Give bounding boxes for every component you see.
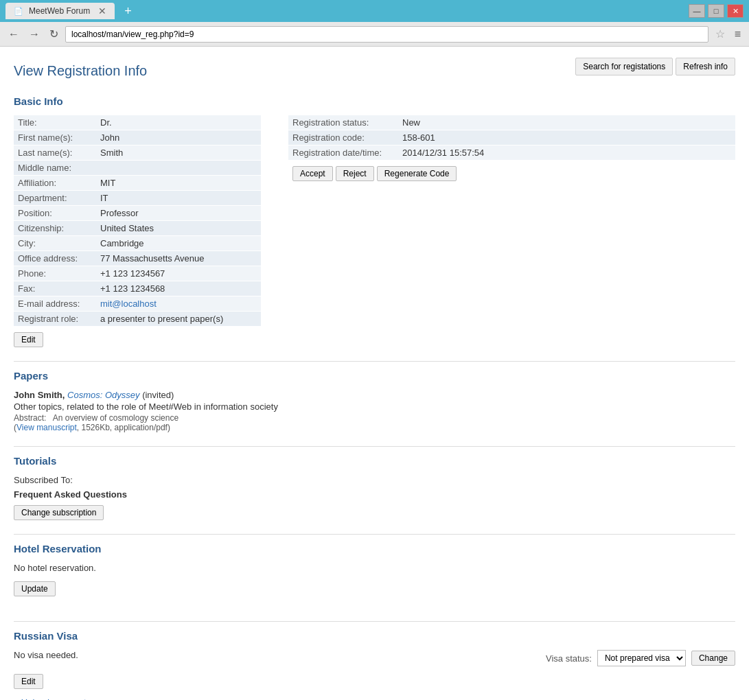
reg-row-status: Registration status: New: [288, 115, 735, 130]
info-row-fax: Fax: +1 123 1234568: [14, 281, 261, 296]
label-email: E-mail address:: [18, 299, 100, 309]
menu-icon[interactable]: ≡: [732, 28, 744, 40]
basic-info-table: Title: Dr. First name(s): John Last name…: [14, 115, 261, 326]
label-reg-datetime: Registration date/time:: [292, 148, 402, 158]
email-link[interactable]: mit@localhost: [100, 299, 157, 309]
info-row-address: Office address: 77 Massachusetts Avenue: [14, 251, 261, 266]
info-row-department: Department: IT: [14, 191, 261, 205]
basic-info-edit-button[interactable]: Edit: [14, 332, 43, 347]
visa-status-select[interactable]: Not prepared visa Prepared visa Visa iss…: [597, 650, 686, 666]
label-role: Registrant role:: [18, 314, 100, 324]
papers-section: Papers John Smith, Cosmos: Odyssey (invi…: [14, 370, 735, 432]
close-button[interactable]: ✕: [727, 4, 744, 18]
value-city: Cambridge: [100, 238, 144, 248]
info-row-title: Title: Dr.: [14, 115, 261, 130]
label-fax: Fax:: [18, 283, 100, 294]
address-bar[interactable]: [65, 26, 708, 43]
tutorials-title: Tutorials: [14, 455, 735, 467]
registration-action-buttons: Accept Reject Regenerate Code: [288, 164, 735, 183]
refresh-info-button[interactable]: Refresh info: [676, 58, 735, 75]
label-address: Office address:: [18, 253, 100, 264]
label-citizenship: Citizenship:: [18, 223, 100, 233]
label-city: City:: [18, 238, 100, 248]
info-row-email: E-mail address: mit@localhost: [14, 296, 261, 311]
paper-topic: Other topics, related to the role of Mee…: [14, 401, 735, 412]
info-row-lastname: Last name(s): Smith: [14, 145, 261, 160]
value-title: Dr.: [100, 117, 112, 128]
upload-passport-area: » Upload passport: [14, 697, 735, 700]
reg-row-code: Registration code: 158-601: [288, 130, 735, 145]
paper-abstract: Abstract: An overview of cosmology scien…: [14, 413, 735, 423]
info-left-panel: Title: Dr. First name(s): John Last name…: [14, 115, 261, 347]
paper-entry: John Smith, Cosmos: Odyssey (invited) Ot…: [14, 390, 735, 432]
tutorials-section: Tutorials Subscribed To: Frequent Asked …: [14, 455, 735, 520]
info-row-firstname: First name(s): John: [14, 130, 261, 145]
hotel-section: Hotel Reservation No hotel reservation. …: [14, 543, 735, 607]
no-hotel-text: No hotel reservation.: [14, 563, 735, 573]
new-tab-button[interactable]: +: [120, 4, 136, 19]
visa-left: No visa needed. Edit: [14, 650, 78, 689]
label-lastname: Last name(s):: [18, 148, 100, 158]
change-subscription-button[interactable]: Change subscription: [14, 505, 104, 520]
manuscript-link[interactable]: View manuscript: [16, 423, 77, 432]
russian-visa-section: Russian Visa No visa needed. Edit Visa s…: [14, 630, 735, 700]
papers-title: Papers: [14, 370, 735, 382]
no-visa-text: No visa needed.: [14, 650, 78, 660]
hotel-title: Hotel Reservation: [14, 543, 735, 555]
label-middlename: Middle name:: [18, 163, 100, 173]
accept-button[interactable]: Accept: [292, 166, 333, 181]
value-role: a presenter to present paper(s): [100, 314, 223, 324]
info-row-city: City: Cambridge: [14, 236, 261, 250]
bookmark-star-icon[interactable]: ☆: [713, 27, 728, 40]
info-right-panel: Registration status: New Registration co…: [288, 115, 735, 347]
label-affiliation: Affiliation:: [18, 178, 100, 188]
info-row-middlename: Middle name:: [14, 161, 261, 175]
info-row-affiliation: Affiliation: MIT: [14, 176, 261, 190]
window-controls: — □ ✕: [689, 4, 744, 18]
info-row-phone: Phone: +1 123 1234567: [14, 266, 261, 281]
nav-bar: ← → ↻ ☆ ≡: [0, 22, 749, 47]
reject-button[interactable]: Reject: [336, 166, 374, 181]
info-row-position: Position: Professor: [14, 206, 261, 220]
minimize-button[interactable]: —: [689, 4, 705, 18]
label-firstname: First name(s):: [18, 132, 100, 143]
value-lastname: Smith: [100, 148, 123, 158]
subscribed-to-label: Subscribed To:: [14, 475, 735, 485]
hotel-update-button[interactable]: Update: [14, 581, 56, 596]
info-row-citizenship: Citizenship: United States: [14, 221, 261, 235]
tab-close-button[interactable]: ✕: [98, 5, 106, 16]
value-affiliation: MIT: [100, 178, 115, 188]
reload-button[interactable]: ↻: [47, 26, 61, 42]
info-grid: Title: Dr. First name(s): John Last name…: [14, 115, 735, 347]
visa-row-container: No visa needed. Edit Visa status: Not pr…: [14, 650, 735, 689]
basic-info-title: Basic Info: [14, 95, 735, 107]
paper-title: Cosmos: Odyssey: [67, 390, 139, 400]
forward-button[interactable]: →: [26, 27, 43, 42]
value-reg-code: 158-601: [402, 132, 435, 143]
info-row-role: Registrant role: a presenter to present …: [14, 312, 261, 326]
tab-title: MeetWeb Forum: [29, 6, 90, 16]
page-content: Search for registations Refresh info Vie…: [0, 47, 749, 700]
russian-visa-title: Russian Visa: [14, 630, 735, 642]
visa-edit-button[interactable]: Edit: [14, 674, 43, 689]
value-position: Professor: [100, 208, 139, 218]
value-reg-datetime: 2014/12/31 15:57:54: [402, 148, 484, 158]
regenerate-code-button[interactable]: Regenerate Code: [377, 166, 457, 181]
visa-status-label: Visa status:: [546, 653, 592, 664]
upload-passport-link[interactable]: » Upload passport: [14, 697, 87, 700]
value-department: IT: [100, 193, 108, 203]
back-button[interactable]: ←: [5, 27, 22, 42]
label-reg-code: Registration code:: [292, 132, 402, 143]
visa-change-button[interactable]: Change: [691, 651, 735, 666]
label-reg-status: Registration status:: [292, 117, 402, 128]
visa-right: Visa status: Not prepared visa Prepared …: [546, 650, 735, 666]
label-department: Department:: [18, 193, 100, 203]
maximize-button[interactable]: □: [708, 4, 724, 18]
value-phone: +1 123 1234567: [100, 268, 165, 279]
paper-invited: (invited): [142, 390, 174, 400]
paper-header: John Smith, Cosmos: Odyssey (invited): [14, 390, 735, 400]
tab-favicon: 📄: [14, 7, 23, 16]
browser-tab[interactable]: 📄 MeetWeb Forum ✕: [5, 3, 115, 19]
search-registrations-button[interactable]: Search for registations: [575, 58, 673, 75]
value-email: mit@localhost: [100, 299, 157, 309]
